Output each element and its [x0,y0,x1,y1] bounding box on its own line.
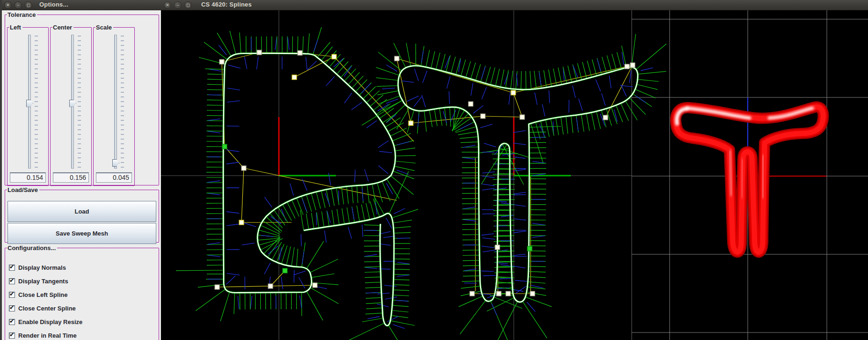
minimize-icon[interactable]: − [174,1,182,9]
load-save-group: Load/Save Load Save Sweep Mesh [5,186,159,243]
center-slider-group: Center 0.156 [50,24,92,186]
minimize-icon[interactable]: − [15,1,22,9]
checkbox-icon[interactable] [9,265,15,271]
center-slider-label: Center [52,24,73,31]
close-icon[interactable]: ✕ [4,1,12,9]
checkbox-close-center-spline[interactable]: Close Center Spline [9,304,76,312]
splines-window-title: CS 4620: Splines [201,1,252,8]
checkbox-display-normals[interactable]: Display Normals [9,264,66,271]
checkbox-render-in-real-time[interactable]: Render in Real Time [9,332,77,339]
checkbox-icon[interactable] [9,333,15,339]
load-save-group-title: Load/Save [7,186,39,193]
scale-value-field[interactable]: 0.045 [96,172,132,183]
scale-slider-label: Scale [95,24,113,31]
center-slider-ticks [78,36,81,169]
save-sweep-mesh-button[interactable]: Save Sweep Mesh [7,223,156,244]
scale-slider-track[interactable] [114,35,117,169]
maximize-icon[interactable]: ◻ [25,1,32,9]
tolerance-group-title: Tolerance [7,11,37,18]
splines-titlebar[interactable]: ✕ − ◻ CS 4620: Splines [161,0,868,10]
center-value-field[interactable]: 0.156 [53,172,89,183]
checkbox-icon[interactable] [9,292,15,298]
options-titlebar[interactable]: ✕ − ◻ Options... [2,0,161,10]
checkbox-display-tangents[interactable]: Display Tangents [9,277,68,285]
checkbox-icon[interactable] [9,278,15,284]
checkbox-icon[interactable] [9,319,15,325]
checkbox-icon[interactable] [9,305,15,311]
scale-slider-thumb[interactable] [112,159,119,167]
maximize-icon[interactable]: ◻ [184,1,192,9]
close-icon[interactable]: ✕ [164,1,171,9]
scale-slider-group: Scale 0.045 [93,24,135,186]
left-slider-label: Left [9,24,22,31]
scale-slider-ticks [121,36,124,169]
tolerance-group: Tolerance Left 0.154 Center 0.156 [5,11,159,185]
spline-editor-canvas[interactable] [161,10,868,340]
checkbox-enable-display-resize[interactable]: Enable Display Resize [9,318,82,325]
options-window: ✕ − ◻ Options... Tolerance Left 0.154 Ce… [0,0,161,340]
left-slider-ticks [35,36,38,169]
center-slider-thumb[interactable] [69,100,76,107]
load-button[interactable]: Load [7,201,156,222]
left-slider-group: Left 0.154 [7,24,49,186]
left-slider-thumb[interactable] [26,100,33,107]
configurations-group-title: Configurations... [7,244,57,251]
left-value-field[interactable]: 0.154 [10,172,46,183]
checkbox-close-left-spline[interactable]: Close Left Spline [9,291,67,298]
options-window-title: Options... [39,1,68,8]
configurations-group: Configurations... Display Normals Displa… [5,244,159,340]
splines-window: ✕ − ◻ CS 4620: Splines [161,0,868,340]
